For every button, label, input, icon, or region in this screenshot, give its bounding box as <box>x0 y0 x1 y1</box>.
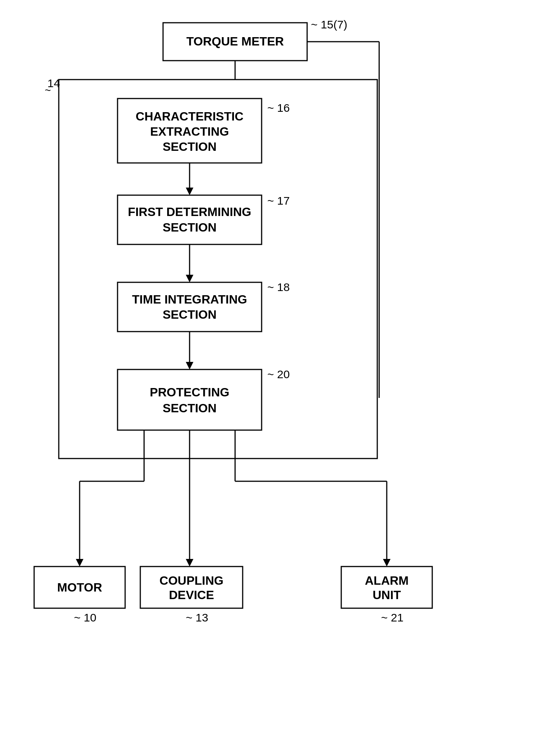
first-det-ref: ~ 17 <box>267 194 290 207</box>
coupling-ref: ~ 13 <box>186 611 208 624</box>
first-determining-line1: FIRST DETERMINING <box>128 205 251 219</box>
svg-marker-11 <box>76 559 83 567</box>
svg-marker-13 <box>186 559 193 567</box>
time-integrating-block <box>118 282 262 332</box>
alarm-ref: ~ 21 <box>381 611 403 624</box>
svg-marker-17 <box>383 559 391 567</box>
characteristic-extracting-line1: CHARACTERISTIC <box>136 110 243 123</box>
characteristic-extracting-line2: EXTRACTING <box>150 125 229 138</box>
protecting-block <box>118 369 262 430</box>
motor-ref: ~ 10 <box>74 611 96 624</box>
protecting-ref: ~ 20 <box>267 368 290 380</box>
time-integrating-line1: TIME INTEGRATING <box>132 293 247 306</box>
time-integrating-line2: SECTION <box>163 308 217 321</box>
time-int-ref: ~ 18 <box>267 281 290 293</box>
characteristic-extracting-line3: SECTION <box>163 140 217 153</box>
alarm-unit-line2: UNIT <box>373 588 401 602</box>
first-determining-line2: SECTION <box>163 221 217 234</box>
protecting-line1: PROTECTING <box>150 385 229 399</box>
torque-meter-label: TORQUE METER <box>186 34 284 48</box>
coupling-device-line1: COUPLING <box>160 574 224 587</box>
outer-box-ref-tilde: ~ <box>45 85 51 96</box>
alarm-unit-line1: ALARM <box>365 574 409 587</box>
motor-label: MOTOR <box>57 581 102 594</box>
first-determining-block <box>118 195 262 244</box>
coupling-device-line2: DEVICE <box>169 588 214 602</box>
diagram-container: TORQUE METER ~ 15(7) 14 ~ CHARACTERISTIC… <box>0 0 546 756</box>
protecting-line2: SECTION <box>163 401 217 415</box>
torque-meter-ref: ~ 15(7) <box>311 18 347 31</box>
char-ref: ~ 16 <box>267 102 290 114</box>
